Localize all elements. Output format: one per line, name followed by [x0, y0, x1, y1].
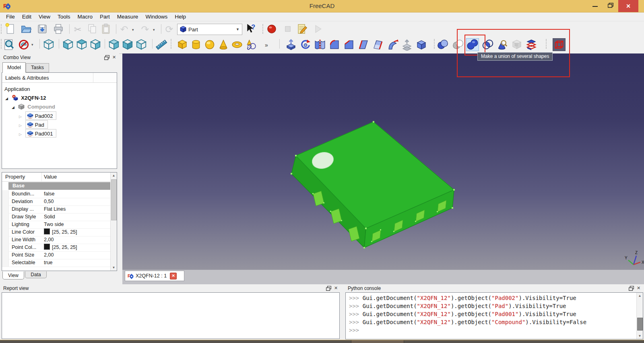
expanded-arrow-icon[interactable]: ◢: [12, 103, 17, 112]
close-panel-icon[interactable]: ✕: [334, 285, 338, 291]
collapsed-arrow-icon[interactable]: ▷: [19, 130, 24, 139]
copy-button[interactable]: [86, 23, 98, 35]
float-panel-icon[interactable]: [326, 286, 331, 291]
fillet-button[interactable]: [328, 39, 341, 51]
view-front-button[interactable]: [62, 39, 74, 51]
scroll-thumb[interactable]: [111, 179, 117, 220]
column-divider[interactable]: [41, 173, 42, 181]
primitive-cone-button[interactable]: [217, 39, 229, 51]
model-tree[interactable]: Labels & Attributes Application ◢ X2QFN-…: [2, 72, 117, 169]
tab-data[interactable]: Data: [25, 271, 47, 278]
scroll-thumb[interactable]: [637, 318, 643, 331]
cut-button[interactable]: ✂: [72, 23, 85, 35]
primitive-cylinder-button[interactable]: [190, 39, 202, 51]
menu-file[interactable]: File: [2, 13, 19, 21]
view-left-button[interactable]: [135, 39, 147, 51]
refresh-button[interactable]: ⟳: [164, 23, 176, 35]
property-editor[interactable]: Property Value Base Boundin...false Devi…: [2, 172, 117, 271]
console-scrollbar[interactable]: ▲ ▼: [636, 293, 643, 339]
redo-dropdown-icon[interactable]: ▾: [153, 28, 155, 32]
minimize-button[interactable]: [588, 0, 603, 12]
tab-close-icon[interactable]: ✕: [170, 273, 177, 279]
report-view-content[interactable]: [2, 292, 340, 339]
property-row-point-color[interactable]: Point Col...[25, 25, 25]: [2, 244, 111, 252]
revolve-button[interactable]: [299, 39, 312, 51]
property-group-base[interactable]: Base: [8, 182, 111, 190]
property-row[interactable]: Boundin...false: [2, 190, 111, 198]
boolean-cut-button[interactable]: [452, 39, 464, 51]
menu-macro[interactable]: Macro: [74, 13, 97, 21]
boolean-union-button[interactable]: [466, 39, 479, 51]
collapsed-arrow-icon[interactable]: ▷: [19, 113, 24, 121]
box-selection-button[interactable]: [553, 39, 565, 51]
macro-play-button[interactable]: [312, 23, 324, 35]
draw-style-button[interactable]: [18, 39, 30, 51]
draw-style-dropdown-icon[interactable]: ▾: [31, 43, 33, 47]
view-top-button[interactable]: [76, 39, 88, 51]
fit-all-button[interactable]: [3, 39, 15, 51]
scroll-down-icon[interactable]: ▼: [111, 265, 117, 271]
property-row[interactable]: LightingTwo side: [2, 221, 111, 229]
primitive-sphere-button[interactable]: [204, 39, 216, 51]
tree-item-pad001[interactable]: ▷ Pad001: [19, 129, 56, 138]
python-console-content[interactable]: >>> Gui.getDocument("X2QFN_12").getObjec…: [345, 292, 643, 339]
menu-help[interactable]: Help: [171, 13, 190, 21]
macro-record-button[interactable]: [266, 23, 278, 35]
undo-dropdown-icon[interactable]: ▾: [132, 28, 134, 32]
menu-tools[interactable]: Tools: [54, 13, 74, 21]
boolean-intersection-button[interactable]: [482, 39, 494, 51]
axonometric-view-button[interactable]: [43, 39, 55, 51]
property-row[interactable]: Line Width2,00: [2, 236, 111, 244]
mirror-button[interactable]: [314, 39, 326, 51]
view-rear-button[interactable]: [108, 39, 120, 51]
primitive-box-button[interactable]: [176, 39, 188, 51]
scroll-up-icon[interactable]: ▲: [637, 293, 643, 299]
check-geometry-button[interactable]: [496, 39, 508, 51]
shape-builder-button[interactable]: [245, 39, 257, 51]
whats-this-button[interactable]: ?: [245, 23, 257, 35]
console-prompt-line[interactable]: >>>: [349, 327, 359, 333]
tree-item-pad002[interactable]: ▷ Pad002: [19, 111, 56, 120]
menu-edit[interactable]: Edit: [19, 13, 35, 21]
toolbar-overflow-button[interactable]: »: [264, 39, 272, 51]
property-row[interactable]: Point Size2,00: [2, 251, 111, 259]
tree-item-application[interactable]: Application: [4, 85, 30, 93]
chamfer-button[interactable]: [343, 39, 355, 51]
document-tab[interactable]: F X2QFN-12 : 1 ✕: [125, 271, 184, 281]
float-panel-icon[interactable]: [629, 286, 634, 291]
close-panel-icon[interactable]: ✕: [112, 55, 116, 60]
restore-button[interactable]: [603, 0, 618, 12]
tab-tasks[interactable]: Tasks: [26, 63, 49, 72]
menu-part[interactable]: Part: [96, 13, 114, 21]
make-face-button[interactable]: [357, 39, 369, 51]
defeaturing-button[interactable]: [511, 39, 523, 51]
offset-button[interactable]: [401, 39, 413, 51]
property-row[interactable]: Display ...Flat Lines: [2, 205, 111, 214]
property-scrollbar[interactable]: ▲ ▼: [110, 173, 117, 271]
close-button[interactable]: ✕: [618, 0, 638, 12]
extrude-button[interactable]: [285, 39, 297, 51]
property-row-line-color[interactable]: Line Color[25, 25, 25]: [2, 228, 111, 236]
measure-button[interactable]: [155, 39, 167, 51]
open-folder-button[interactable]: [20, 23, 32, 35]
save-button[interactable]: [36, 23, 48, 35]
thickness-button[interactable]: [415, 39, 427, 51]
sweep-button[interactable]: [386, 39, 398, 51]
undo-button[interactable]: ↶: [119, 23, 131, 35]
cross-sections-button[interactable]: [525, 39, 537, 51]
scroll-down-icon[interactable]: ▼: [637, 333, 643, 339]
property-row[interactable]: Deviation0,50: [2, 198, 111, 206]
menu-measure[interactable]: Measure: [114, 13, 142, 21]
macro-stop-button[interactable]: [282, 23, 294, 35]
view-bottom-button[interactable]: [122, 39, 134, 51]
close-panel-icon[interactable]: ✕: [637, 285, 640, 291]
primitive-torus-button[interactable]: [231, 39, 243, 51]
new-document-button[interactable]: [4, 23, 16, 35]
macro-edit-button[interactable]: [296, 23, 308, 35]
expanded-arrow-icon[interactable]: ◢: [5, 94, 10, 103]
print-button[interactable]: [52, 23, 64, 35]
menu-view[interactable]: View: [35, 13, 54, 21]
paste-button[interactable]: [100, 23, 112, 35]
property-row[interactable]: Draw StyleSolid: [2, 213, 111, 221]
workbench-selector[interactable]: Part ▼: [177, 24, 242, 35]
